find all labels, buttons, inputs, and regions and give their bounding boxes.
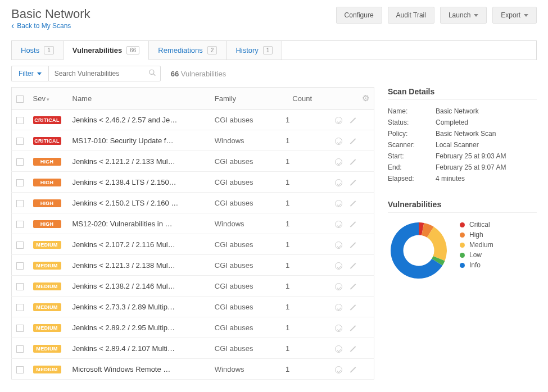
tab-remediations[interactable]: Remediations2 — [149, 41, 227, 60]
tab-hosts[interactable]: Hosts1 — [12, 41, 64, 60]
vuln-family: CGI abuses — [210, 193, 281, 213]
launch-button[interactable]: Launch — [440, 7, 487, 24]
detail-value: February 25 at 9:07 AM — [436, 163, 506, 171]
row-checkbox[interactable] — [16, 325, 24, 332]
row-checkbox[interactable] — [16, 304, 24, 311]
configure-button[interactable]: Configure — [336, 7, 382, 24]
scan-details-panel: Scan Details Name:Basic NetworkStatus:Co… — [388, 87, 537, 184]
row-checkbox[interactable] — [16, 179, 24, 186]
edit-icon[interactable] — [350, 180, 356, 186]
vuln-count: 1 — [281, 317, 324, 338]
search-icon[interactable] — [148, 69, 156, 79]
table-row[interactable]: MEDIUMJenkins < 2.89.2 / 2.95 Multip…CGI… — [12, 317, 374, 338]
edit-icon[interactable] — [350, 221, 356, 227]
table-row[interactable]: MEDIUMJenkins < 2.107.2 / 2.116 Mul…CGI … — [12, 234, 374, 255]
edit-icon[interactable] — [350, 325, 356, 331]
legend-item[interactable]: Medium — [460, 240, 493, 250]
table-row[interactable]: MEDIUMJenkins < 2.89.4 / 2.107 Multi…CGI… — [12, 338, 374, 359]
row-checkbox[interactable] — [16, 345, 24, 353]
col-name[interactable]: Name — [68, 88, 210, 110]
select-all-checkbox[interactable] — [16, 95, 24, 103]
accept-icon[interactable] — [335, 241, 342, 249]
export-button[interactable]: Export — [492, 7, 537, 24]
col-family[interactable]: Family — [210, 88, 281, 110]
back-to-scans-link[interactable]: Back to My Scans — [11, 21, 71, 30]
row-checkbox[interactable] — [16, 200, 24, 207]
row-checkbox[interactable] — [16, 117, 24, 124]
vuln-family: CGI abuses — [210, 234, 281, 255]
accept-icon[interactable] — [335, 138, 342, 145]
legend-item[interactable]: Critical — [460, 220, 493, 230]
vuln-count: 1 — [281, 193, 324, 213]
vuln-name: MS12-020: Vulnerabilities in … — [68, 213, 210, 234]
edit-icon[interactable] — [350, 159, 356, 165]
accept-icon[interactable] — [335, 179, 342, 186]
detail-value: 4 minutes — [436, 175, 465, 183]
edit-icon[interactable] — [350, 284, 356, 290]
accept-icon[interactable] — [335, 221, 342, 228]
detail-value: Completed — [436, 118, 468, 126]
accept-icon[interactable] — [335, 158, 342, 166]
legend-item[interactable]: High — [460, 230, 493, 240]
search-wrap — [48, 66, 161, 81]
edit-icon[interactable] — [350, 346, 356, 352]
accept-icon[interactable] — [335, 262, 342, 270]
severity-badge: MEDIUM — [33, 324, 61, 332]
detail-value: Local Scanner — [436, 141, 479, 149]
accept-icon[interactable] — [335, 117, 342, 124]
vuln-name: Jenkins < 2.89.2 / 2.95 Multip… — [68, 317, 210, 338]
tab-vulnerabilities[interactable]: Vulnerabilities66 — [64, 41, 150, 60]
edit-icon[interactable] — [350, 117, 356, 124]
tab-history[interactable]: History1 — [227, 41, 282, 60]
vuln-count: 1 — [281, 130, 324, 151]
vuln-name: Jenkins < 2.121.2 / 2.133 Mul… — [68, 151, 210, 172]
edit-icon[interactable] — [350, 242, 356, 248]
accept-icon[interactable] — [335, 366, 342, 373]
table-row[interactable]: HIGHJenkins < 2.138.4 LTS / 2.150…CGI ab… — [12, 172, 374, 193]
table-row[interactable]: MEDIUMJenkins < 2.73.3 / 2.89 Multip…CGI… — [12, 297, 374, 317]
col-count[interactable]: Count — [281, 88, 324, 110]
row-checkbox[interactable] — [16, 283, 24, 290]
legend-item[interactable]: Info — [460, 260, 493, 270]
accept-icon[interactable] — [335, 200, 342, 207]
tab-bar: Hosts1 Vulnerabilities66 Remediations2 H… — [11, 40, 537, 60]
severity-badge: MEDIUM — [33, 282, 61, 290]
edit-icon[interactable] — [350, 200, 356, 207]
col-severity[interactable]: Sev — [29, 88, 68, 110]
table-row[interactable]: MEDIUMJenkins < 2.121.3 / 2.138 Mul…CGI … — [12, 255, 374, 276]
table-row[interactable]: CRITICALMS17-010: Security Update f…Wind… — [12, 130, 374, 151]
audit-trail-button[interactable]: Audit Trail — [388, 7, 434, 24]
search-input[interactable] — [48, 66, 161, 81]
severity-badge: MEDIUM — [33, 241, 61, 249]
accept-icon[interactable] — [335, 345, 342, 353]
detail-value: February 25 at 9:03 AM — [436, 152, 506, 160]
edit-icon[interactable] — [350, 138, 356, 144]
table-row[interactable]: CRITICALJenkins < 2.46.2 / 2.57 and Je…C… — [12, 110, 374, 130]
row-checkbox[interactable] — [16, 138, 24, 145]
vuln-family: Windows — [210, 359, 281, 380]
accept-icon[interactable] — [335, 304, 342, 311]
edit-icon[interactable] — [350, 263, 356, 269]
table-row[interactable]: MEDIUMJenkins < 2.138.2 / 2.146 Mul…CGI … — [12, 276, 374, 297]
row-checkbox[interactable] — [16, 241, 24, 249]
tab-hosts-count: 1 — [44, 46, 54, 54]
edit-icon[interactable] — [350, 367, 356, 373]
scan-details-title: Scan Details — [388, 87, 537, 100]
tab-remed-count: 2 — [207, 46, 218, 54]
filter-button[interactable]: Filter — [11, 66, 48, 81]
row-checkbox[interactable] — [16, 158, 24, 166]
legend-item[interactable]: Low — [460, 250, 493, 260]
table-row[interactable]: HIGHMS12-020: Vulnerabilities in …Window… — [12, 213, 374, 234]
accept-icon[interactable] — [335, 325, 342, 332]
row-checkbox[interactable] — [16, 366, 24, 373]
table-row[interactable]: MEDIUMMicrosoft Windows Remote …Windows1 — [12, 359, 374, 380]
gear-icon[interactable]: ⚙ — [362, 93, 369, 103]
table-row[interactable]: HIGHJenkins < 2.150.2 LTS / 2.160 …CGI a… — [12, 193, 374, 213]
detail-key: Status: — [388, 118, 436, 126]
row-checkbox[interactable] — [16, 262, 24, 270]
row-checkbox[interactable] — [16, 221, 24, 228]
table-row[interactable]: HIGHJenkins < 2.121.2 / 2.133 Mul…CGI ab… — [12, 151, 374, 172]
accept-icon[interactable] — [335, 283, 342, 290]
tab-vulns-count: 66 — [126, 46, 139, 54]
edit-icon[interactable] — [350, 304, 356, 311]
